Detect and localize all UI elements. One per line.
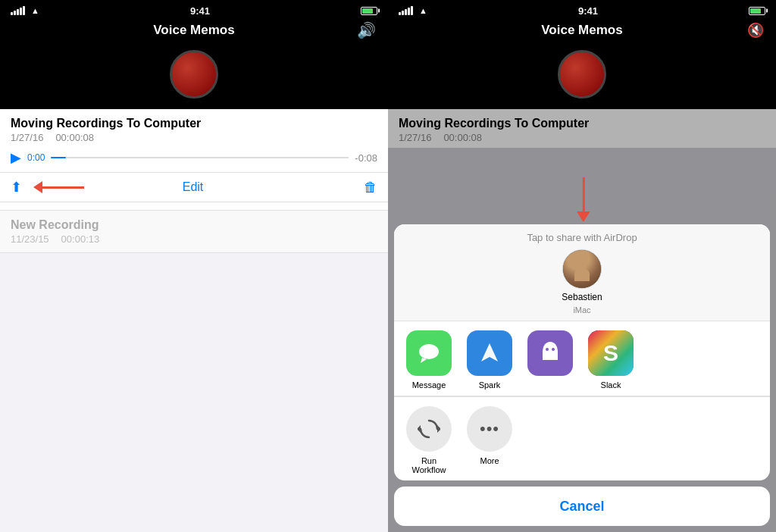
workflow-label: RunWorkflow	[411, 456, 446, 474]
slack-icon: S	[588, 330, 634, 376]
share-sheet-backdrop: Tap to share with AirDrop Sebastien iMac	[388, 109, 776, 532]
right-battery-indicator	[749, 7, 765, 15]
actions-section: RunWorkflow ••• More	[394, 397, 770, 480]
inactive-recording-item[interactable]: New Recording 11/23/15 00:00:13	[0, 211, 388, 253]
app-item-message[interactable]: Message	[400, 330, 458, 390]
app-item-slack[interactable]: S Slack	[582, 330, 640, 390]
ghostery-icon	[527, 330, 573, 376]
playback-bar: ▶ 0:00 -0:08	[11, 149, 377, 166]
signal-indicator: ▲	[11, 6, 39, 15]
action-bar: ⬆ Edit 🗑	[0, 172, 388, 202]
recording-meta: 1/27/16 00:00:08	[11, 132, 377, 143]
message-icon	[406, 330, 452, 376]
person-name: Sebastien	[562, 292, 602, 302]
left-status-bar: ▲ 9:41	[0, 0, 388, 20]
progress-fill	[51, 157, 66, 158]
tutorial-arrow	[33, 181, 84, 193]
svg-marker-7	[437, 425, 440, 433]
speaker-muted-icon[interactable]: 🔇	[747, 22, 764, 39]
left-content-area: Moving Recordings To Computer 1/27/16 00…	[0, 109, 388, 532]
app-item-spark[interactable]: Spark	[461, 330, 518, 390]
delete-button[interactable]: 🗑	[364, 180, 377, 196]
action-item-workflow[interactable]: RunWorkflow	[400, 406, 458, 474]
signal-bars	[11, 6, 25, 15]
time-remaining: -0:08	[355, 152, 377, 164]
avatar	[562, 249, 602, 289]
more-label: More	[480, 456, 499, 465]
left-app-title: Voice Memos	[153, 23, 234, 38]
right-signal-bars	[399, 6, 413, 15]
svg-point-6	[552, 348, 555, 351]
airdrop-section: Tap to share with AirDrop Sebastien iMac	[394, 224, 770, 321]
more-icon: •••	[467, 406, 512, 452]
spark-icon	[467, 330, 512, 376]
edit-button[interactable]: Edit	[183, 180, 204, 194]
svg-marker-8	[418, 425, 421, 433]
inactive-recording-date: 11/23/15	[11, 233, 49, 245]
share-sheet: Tap to share with AirDrop Sebastien iMac	[394, 224, 770, 480]
app-item-ghostery[interactable]	[521, 330, 579, 390]
play-button[interactable]: ▶	[11, 149, 21, 166]
record-button[interactable]	[170, 50, 218, 99]
airdrop-person[interactable]: Sebastien iMac	[406, 249, 758, 315]
right-phone-panel: ▲ 9:41 Voice Memos 🔇 Moving Recordings T…	[388, 0, 776, 532]
empty-space	[0, 253, 388, 480]
tutorial-arrow-down	[577, 177, 590, 222]
workflow-icon	[406, 406, 452, 452]
right-time: 9:41	[578, 5, 598, 17]
apps-row: Message Spark	[400, 330, 764, 390]
inactive-recording-duration: 00:00:13	[61, 233, 100, 245]
airdrop-label: Tap to share with AirDrop	[406, 232, 758, 243]
battery-indicator	[361, 7, 377, 15]
inactive-recording-title: New Recording	[11, 218, 377, 232]
inactive-recording-meta: 11/23/15 00:00:13	[11, 233, 377, 245]
recording-title: Moving Recordings To Computer	[11, 117, 377, 130]
action-item-more[interactable]: ••• More	[461, 406, 518, 474]
right-content-area: Moving Recordings To Computer 1/27/16 00…	[388, 109, 776, 532]
left-app-header: Voice Memos 🔊	[0, 20, 388, 42]
spark-label: Spark	[479, 380, 501, 390]
right-app-title: Voice Memos	[541, 23, 622, 38]
right-app-header: Voice Memos 🔇	[388, 20, 776, 42]
recording-duration: 00:00:08	[55, 132, 94, 143]
cancel-button[interactable]: Cancel	[394, 487, 770, 526]
more-dots: •••	[480, 419, 499, 439]
right-signal-indicator: ▲	[399, 6, 427, 15]
wifi-icon: ▲	[31, 6, 39, 15]
svg-marker-2	[481, 343, 498, 361]
speaker-icon[interactable]: 🔊	[357, 21, 376, 39]
progress-track[interactable]	[51, 157, 349, 158]
left-phone-panel: ▲ 9:41 Voice Memos 🔊 Moving Recordings T…	[0, 0, 388, 532]
right-record-area	[388, 42, 776, 109]
right-status-bar: ▲ 9:41	[388, 0, 776, 20]
svg-point-5	[546, 348, 549, 351]
play-time: 0:00	[27, 152, 45, 163]
active-recording-item[interactable]: Moving Recordings To Computer 1/27/16 00…	[0, 109, 388, 211]
right-record-button[interactable]	[558, 50, 606, 99]
recording-date: 1/27/16	[11, 132, 43, 143]
left-time: 9:41	[190, 5, 210, 17]
share-button[interactable]: ⬆	[11, 179, 22, 196]
record-area	[0, 42, 388, 109]
apps-section: Message Spark	[394, 321, 770, 396]
slack-label: Slack	[601, 380, 621, 390]
right-wifi-icon: ▲	[419, 6, 427, 15]
person-device: iMac	[573, 305, 590, 315]
actions-row: RunWorkflow ••• More	[400, 406, 764, 474]
cancel-label: Cancel	[559, 499, 604, 515]
svg-point-0	[419, 344, 439, 359]
message-label: Message	[412, 380, 446, 390]
